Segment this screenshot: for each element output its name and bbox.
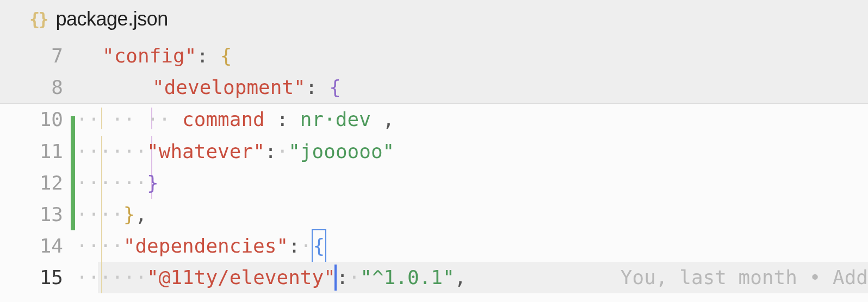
code-line-15-active[interactable]: 15 ···· ·· "@11ty/eleventy" : · "^1.0.1"… xyxy=(0,262,868,293)
line-number-active: 15 xyxy=(0,262,71,293)
whitespace: · xyxy=(349,262,361,293)
json-key: "dependencies" xyxy=(123,230,288,262)
code-line-10[interactable]: 10 ·· ·· ·· command : nr·dev , xyxy=(0,114,868,136)
sticky-header: {} package.json 7 "config" : { 8 "develo… xyxy=(0,0,868,104)
code-line-12[interactable]: 12 ···· ·· } xyxy=(0,167,868,199)
whitespace: ···· xyxy=(76,136,123,167)
line-number: 12 xyxy=(0,167,71,199)
code-content: ···· "dependencies" : · { xyxy=(76,229,326,263)
whitespace: ·· xyxy=(123,167,147,199)
trailing: , xyxy=(371,104,394,135)
colon: : xyxy=(337,262,349,293)
diff-indicator-added xyxy=(71,136,75,167)
json-string: "joooooo" xyxy=(288,136,394,167)
diff-indicator xyxy=(71,40,75,72)
colon: : xyxy=(265,136,277,167)
whitespace: ·· ·· ·· xyxy=(76,104,182,135)
git-blame-annotation[interactable]: You, last month • Add xyxy=(621,262,868,293)
line-number: 11 xyxy=(0,136,71,167)
code-content: ···· ·· "@11ty/eleventy" : · "^1.0.1" , xyxy=(76,262,466,293)
diff-indicator xyxy=(71,262,75,293)
close-brace: } xyxy=(123,199,135,230)
json-string: "^1.0.1" xyxy=(360,262,454,293)
json-string-fragment: nr·dev xyxy=(300,104,371,135)
diff-indicator-added xyxy=(71,199,75,230)
json-key-fragment: command xyxy=(182,104,265,135)
line-number: 8 xyxy=(0,72,71,103)
comma: , xyxy=(455,262,467,293)
code-content: ···· ·· } xyxy=(76,167,159,199)
colon: : xyxy=(288,230,300,262)
text-cursor xyxy=(334,265,337,291)
diff-indicator xyxy=(71,72,75,103)
sticky-line-8[interactable]: 8 "development" : { xyxy=(0,72,868,103)
tab-filename[interactable]: package.json xyxy=(56,8,168,30)
code-line-13[interactable]: 13 ···· } , xyxy=(0,199,868,230)
whitespace: · xyxy=(277,136,289,167)
comma: , xyxy=(135,199,147,230)
whitespace: · xyxy=(300,230,312,262)
line-number: 7 xyxy=(0,40,71,72)
json-key: "development" xyxy=(152,72,306,103)
code-content: ·· ·· ·· command : nr·dev , xyxy=(76,104,394,135)
diff-indicator xyxy=(71,230,75,262)
whitespace: ···· xyxy=(76,230,123,262)
code-content: "config" : { xyxy=(76,40,232,72)
open-brace-matched: { xyxy=(312,229,327,263)
sticky-line-7[interactable]: 7 "config" : { xyxy=(0,40,868,72)
whitespace: ···· xyxy=(76,262,123,293)
colon: : xyxy=(196,40,220,72)
code-content: ···· } , xyxy=(76,199,147,230)
json-key: "@11ty/eleventy" xyxy=(147,262,336,293)
code-content: "development" : { xyxy=(76,72,341,103)
line-number: 13 xyxy=(0,199,71,230)
json-key: "whatever" xyxy=(147,136,265,167)
line-number: 10 xyxy=(0,104,71,135)
close-brace: } xyxy=(147,167,159,199)
diff-indicator-added xyxy=(71,167,75,199)
code-line-14[interactable]: 14 ···· "dependencies" : · { xyxy=(0,230,868,262)
line-number: 14 xyxy=(0,230,71,262)
colon: : xyxy=(306,72,329,103)
whitespace: ·· xyxy=(123,262,147,293)
whitespace: ···· xyxy=(76,199,123,230)
open-brace: { xyxy=(220,40,232,72)
tab-bar: {} package.json xyxy=(0,0,868,40)
whitespace: ·· xyxy=(123,136,147,167)
open-brace: { xyxy=(329,72,341,103)
whitespace: ···· xyxy=(76,167,123,199)
braces-icon: {} xyxy=(29,9,47,29)
colon: : xyxy=(265,104,300,135)
code-content: ···· ·· "whatever" : · "joooooo" xyxy=(76,136,394,167)
json-key: "config" xyxy=(102,40,196,72)
code-line-11[interactable]: 11 ···· ·· "whatever" : · "joooooo" xyxy=(0,136,868,167)
sticky-context: 7 "config" : { 8 "development" : { xyxy=(0,40,868,103)
diff-indicator-added xyxy=(71,116,75,136)
